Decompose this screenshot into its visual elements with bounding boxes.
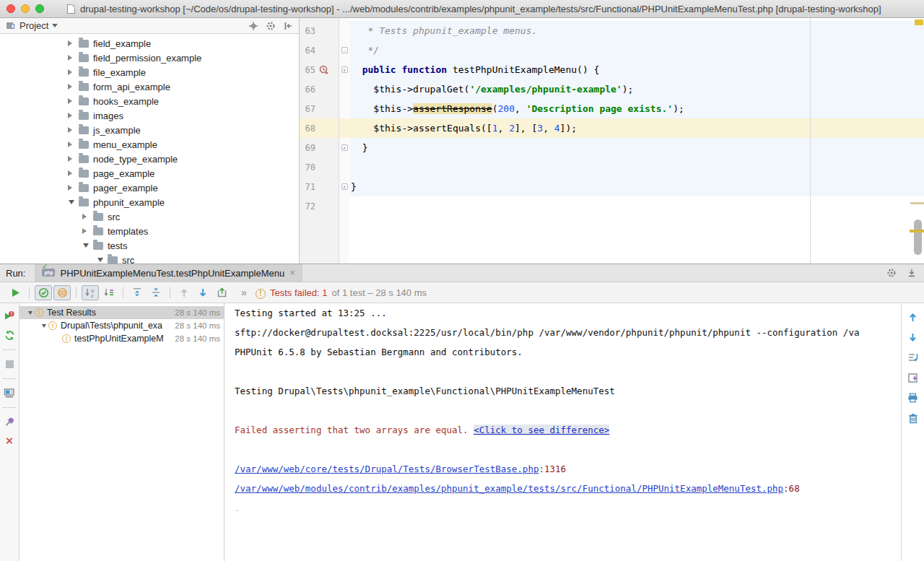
expand-all-icon[interactable] <box>128 285 146 300</box>
rerun-icon[interactable] <box>6 285 24 300</box>
fold-marker-icon[interactable]: − <box>341 47 348 53</box>
code-text[interactable]: $this->assertResponse(200, 'Description … <box>349 99 924 118</box>
test-tree-item[interactable]: !Drupal\Tests\phpunit_exa28 s 140 ms <box>19 319 224 332</box>
pin-icon[interactable] <box>4 415 15 428</box>
prev-failed-icon[interactable] <box>175 285 193 300</box>
chevron-right-icon[interactable] <box>67 84 76 90</box>
code-text[interactable]: $this->drupalGet('/examples/phpunit-exam… <box>349 79 924 99</box>
print-icon[interactable] <box>907 391 918 404</box>
hide-icon[interactable] <box>907 268 917 278</box>
chevron-right-icon[interactable] <box>67 185 76 191</box>
test-tree-item[interactable]: !Test Results28 s 140 ms <box>19 306 224 319</box>
stop-icon[interactable] <box>6 357 14 370</box>
chevron-down-icon[interactable] <box>67 197 76 207</box>
code-text[interactable]: } <box>349 138 924 157</box>
scrollbar-thumb[interactable] <box>914 219 922 255</box>
project-tree-item[interactable]: menu_example <box>0 137 299 152</box>
error-stripe-indicator[interactable] <box>915 19 923 25</box>
sort-duration-icon[interactable] <box>100 285 118 300</box>
chevron-down-icon[interactable] <box>82 240 90 251</box>
export-results-icon[interactable] <box>213 285 230 300</box>
editor[interactable]: 63 * Tests phpunit_example menus.64− */6… <box>300 18 924 264</box>
project-tree-item[interactable]: field_permission_example <box>0 51 299 65</box>
rerun-failed-icon[interactable]: ! <box>4 309 15 322</box>
up-icon[interactable] <box>908 310 918 323</box>
gear-icon[interactable] <box>886 268 897 278</box>
code-text[interactable]: } <box>349 177 924 196</box>
project-panel-title[interactable]: Project <box>19 20 48 31</box>
project-tree-item[interactable]: src <box>0 209 299 224</box>
project-tree-item[interactable]: file_example <box>0 65 299 79</box>
chevron-down-icon[interactable] <box>96 255 105 264</box>
close-red-icon[interactable]: × <box>6 435 13 448</box>
down-icon[interactable] <box>908 331 918 344</box>
code-text[interactable] <box>349 157 924 177</box>
chevron-down-icon[interactable] <box>25 308 35 317</box>
project-tree-item[interactable]: src <box>0 253 299 264</box>
project-tree-item[interactable]: tests <box>0 238 299 253</box>
project-tree-item[interactable]: hooks_example <box>0 94 299 108</box>
chevron-right-icon[interactable] <box>67 113 76 118</box>
chevron-down-icon[interactable] <box>39 321 48 330</box>
show-passed-icon[interactable] <box>35 285 52 300</box>
project-tree-item[interactable]: templates <box>0 224 299 238</box>
console-link[interactable]: /var/www/web/core/tests/Drupal/Tests/Bro… <box>235 464 539 474</box>
more-icon[interactable]: » <box>232 285 249 300</box>
chevron-right-icon[interactable] <box>67 69 76 75</box>
collapse-icon[interactable] <box>283 21 293 31</box>
gear-icon[interactable] <box>266 21 276 31</box>
test-console[interactable]: Testing started at 13:25 ...sftp://docke… <box>225 303 901 561</box>
fold-marker-icon[interactable]: ∧ <box>341 183 348 190</box>
fold-marker-icon[interactable]: ∨ <box>341 66 348 73</box>
error-stripe-mark-yellow[interactable] <box>910 230 924 232</box>
code-line: 69∧ } <box>300 138 924 157</box>
stacktrace-icon[interactable] <box>907 351 919 364</box>
document-icon[interactable] <box>67 4 75 14</box>
project-tree-item[interactable]: images <box>0 108 299 123</box>
traffic-light-zoom-icon[interactable] <box>35 4 44 13</box>
chevron-down-icon[interactable] <box>52 24 58 30</box>
code-text[interactable]: */ <box>349 40 924 60</box>
error-stripe-mark-tan[interactable] <box>910 202 924 204</box>
chevron-right-icon[interactable] <box>82 228 90 234</box>
code-text[interactable] <box>349 196 924 216</box>
sort-alpha-icon[interactable]: az <box>82 285 99 300</box>
console-link[interactable]: /var/www/web/modules/contrib/examples/ph… <box>235 483 783 494</box>
trash-icon[interactable] <box>908 412 918 425</box>
collapse-all-icon[interactable] <box>147 285 165 300</box>
chevron-right-icon[interactable] <box>82 214 90 219</box>
chevron-right-icon[interactable] <box>67 98 76 104</box>
show-ignored-icon[interactable] <box>53 285 71 300</box>
test-tree-item[interactable]: !testPhpUnitExampleM28 s 140 ms <box>19 332 224 345</box>
console-icon[interactable] <box>4 386 15 399</box>
import-icon[interactable] <box>907 371 918 384</box>
chevron-right-icon[interactable] <box>67 170 76 176</box>
project-tree-item[interactable]: js_example <box>0 123 299 137</box>
chevron-right-icon[interactable] <box>67 127 76 133</box>
project-tree-item[interactable]: phpunit_example <box>0 195 299 209</box>
code-text[interactable]: public function testPhpUnitExampleMenu()… <box>349 60 924 79</box>
project-tree-item[interactable]: field_example <box>0 36 299 51</box>
failed-test-icon[interactable] <box>319 65 329 74</box>
next-failed-icon[interactable] <box>194 285 212 300</box>
project-tree-item[interactable]: form_api_example <box>0 79 299 94</box>
fold-marker-icon[interactable]: ∧ <box>341 144 348 151</box>
auto-test-icon[interactable] <box>4 329 15 342</box>
close-icon[interactable]: × <box>289 269 295 277</box>
traffic-light-close-icon[interactable] <box>6 4 15 13</box>
chevron-right-icon[interactable] <box>67 156 76 162</box>
code-text[interactable]: * Tests phpunit_example menus. <box>349 21 924 40</box>
locate-icon[interactable] <box>248 21 258 31</box>
project-tree-item[interactable]: node_type_example <box>0 152 299 166</box>
chevron-right-icon[interactable] <box>67 40 76 46</box>
project-tree-item[interactable]: pager_example <box>0 181 299 195</box>
traffic-light-minimize-icon[interactable] <box>21 4 30 13</box>
console-link[interactable]: <Click to see difference> <box>474 425 609 435</box>
code-text[interactable]: $this->assertEquals([1, 2], [3, 4]); <box>349 118 924 138</box>
project-tree-item[interactable]: page_example <box>0 166 299 181</box>
chevron-right-icon[interactable] <box>67 142 76 147</box>
line-number: 64 <box>300 45 315 56</box>
chevron-right-icon[interactable] <box>67 55 76 61</box>
run-tab[interactable]: ✓php PHPUnitExampleMenuTest.testPhpUnitE… <box>35 264 302 282</box>
project-panel-header[interactable]: Project <box>0 18 299 34</box>
